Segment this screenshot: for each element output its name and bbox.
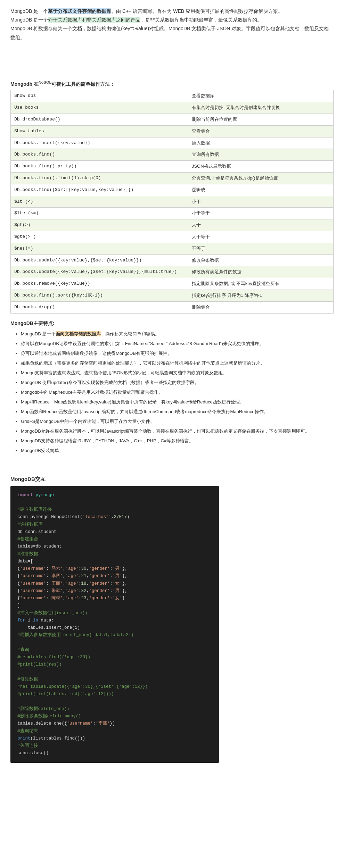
table-row: Db.books.find()查询所有数据: [11, 149, 334, 161]
cmd-cell: Db.books.find().sort({key:1或-1}): [11, 290, 188, 301]
table-row: Show dbs查看数据库: [11, 90, 334, 102]
table-row: Use books有集合时是切换, 无集合时是创建集合并切换: [11, 102, 334, 114]
cmd-cell: Show tables: [11, 125, 188, 137]
cmd-cell: Db.books.update({key:value},{$set:{key:v…: [11, 266, 188, 278]
cmd-cell: Db.books.find({$or:[{key:value,key:value…: [11, 184, 188, 196]
desc-cell: 有集合时是切换, 无集合时是创建集合并切换: [188, 102, 333, 114]
cmd-cell: Use books: [11, 102, 188, 114]
table-row: $lt (<)小于: [11, 196, 334, 208]
cmd-cell: Db.dropDatabase(): [11, 114, 188, 126]
table-row: Db.books.find().sort({key:1或-1})指定key进行排…: [11, 290, 334, 301]
feature-highlight: 面向文档存储的数据库: [56, 331, 101, 336]
desc-cell: 小于: [188, 196, 333, 208]
cmd-cell: Db.books.find().limit(1).skip(0): [11, 172, 188, 184]
nosql-label: NoSQL: [39, 80, 51, 84]
feature-item: 你可以通过本地或者网络创建数据镜像，这使得MongoDB有更强的扩展性。: [21, 349, 334, 358]
feature-item: MongoDB 使用update()命令可以实现替换完成的文档（数据）或者一些指…: [21, 378, 334, 387]
intro-line1-highlight: 基于分布式文件存储的数据库: [48, 8, 111, 14]
desc-cell: 逻辑或: [188, 184, 333, 196]
desc-cell: 小于等于: [188, 208, 333, 219]
table-row: $gte(>=)大于等于: [11, 231, 334, 243]
code-section-title: MongoDB交互: [10, 476, 334, 483]
features-title: MongoDB主要特点:: [10, 320, 334, 327]
desc-cell: 查看集合: [188, 125, 333, 137]
desc-cell: 不等于: [188, 243, 333, 254]
table-row: $lte (<=)小于等于: [11, 208, 334, 219]
spacer: [10, 49, 334, 77]
desc-cell: 查询所有数据: [188, 149, 333, 161]
table-row: Db.dropDatabase()删除当前所在位置的库: [11, 114, 334, 126]
command-table: Show dbs查看数据库Use books有集合时是切换, 无集合时是创建集合…: [10, 90, 334, 313]
table-row: Db.books.find().limit(1).skip(0)分页查询, li…: [11, 172, 334, 184]
desc-cell: 大于: [188, 219, 333, 231]
cmd-cell: Show dbs: [11, 90, 188, 102]
feature-item: Map函数和Reduce函数是使用Javascript编写的，并可以通过db.r…: [21, 407, 334, 416]
cmd-cell: $lt (<): [11, 196, 188, 208]
table-row: Db.books.insert({key:value})插入数据: [11, 137, 334, 149]
table-title-suffix: 可视化工具的简单操作方法：: [51, 81, 115, 86]
cmd-cell: Db.books.remove({key:value}): [11, 278, 188, 290]
table-title-prefix: Mongodb 在: [10, 81, 39, 86]
feature-item: GridFS是MongoDB中的一个内置功能，可以用于存放大量小文件。: [21, 417, 334, 426]
feature-item: Mongo支持丰富的查询表达式。查询指令使用JSON形式的标记，可轻易查询文档中…: [21, 368, 334, 377]
desc-cell: 查看数据库: [188, 90, 333, 102]
cmd-cell: $gt(>): [11, 219, 188, 231]
desc-cell: 指定key进行排序 升序为1 降序为-1: [188, 290, 333, 301]
table-row: Db.books.remove({key:value})指定删除某条数据, 或 …: [11, 278, 334, 290]
table-row: $ne(!=)不等于: [11, 243, 334, 254]
code-block: import pymongo #建立数据库连接 conn=pymongo.Mon…: [10, 486, 219, 763]
table-row: $gt(>)大于: [11, 219, 334, 231]
intro-line1-prefix: MongoDB 是一个: [10, 8, 48, 14]
feature-item: MongoDB允许在服务端执行脚本，可以用Javascript编写某个函数，直接…: [21, 427, 334, 436]
small-spacer: [10, 462, 334, 469]
cmd-cell: $ne(!=): [11, 243, 188, 254]
cmd-cell: Db.books.find().prtty(): [11, 161, 188, 173]
cmd-cell: Db.books.find(): [11, 149, 188, 161]
feature-item: 如果负载的增加（需要更多的存储空间和更强的处理能力），它可以分布在计算机网络中的…: [21, 359, 334, 368]
desc-cell: 修改单条数据: [188, 254, 333, 266]
desc-cell: 修改所有满足条件的数据: [188, 266, 333, 278]
table-row: Db.books.update({key:value},{$set:{key:v…: [11, 254, 334, 266]
desc-cell: 删除当前所在位置的库: [188, 114, 333, 126]
feature-item: Map和Reduce，Map函数调用emit(key,value)遍历集合中所有…: [21, 398, 334, 407]
features-list: MongoDB 是一个面向文档存储的数据库，操作起来比较简单和容易。你可以在Mo…: [10, 329, 334, 455]
desc-cell: 指定删除某条数据, 或 不写key直接清空所有: [188, 278, 333, 290]
cmd-cell: Db.books.insert({key:value}): [11, 137, 188, 149]
intro-line2-highlight: 介于关系数据库和非关系数据库之间的产品: [48, 17, 140, 23]
feature-item: MongoDB支持各种编程语言:RUBY，PYTHON，JAVA，C++，PHP…: [21, 436, 334, 445]
page-wrapper: MongoDB 是一个基于分布式文件存储的数据库。由 C++ 语言编写。旨在为 …: [0, 0, 344, 770]
cmd-cell: $lte (<=): [11, 208, 188, 219]
intro-section: MongoDB 是一个基于分布式文件存储的数据库。由 C++ 语言编写。旨在为 …: [10, 7, 334, 42]
desc-cell: 分页查询, limit是每页条数,skip()是起始位置: [188, 172, 333, 184]
table-row: Db.books.drop()删除集合: [11, 301, 334, 313]
table-section-title: Mongodb 在NoSQL可视化工具的简单操作方法：: [10, 80, 334, 87]
table-row: Show tables查看集合: [11, 125, 334, 137]
desc-cell: 大于等于: [188, 231, 333, 243]
intro-line1-rest: 。由 C++ 语言编写。旨在为 WEB 应用提供可扩展的高性能数据存储解决方案。: [111, 8, 283, 14]
feature-item: 你可以在MongoDB记录中设置任何属性的索引 (如：FirstName="Sa…: [21, 339, 334, 348]
desc-cell: 插入数据: [188, 137, 333, 149]
desc-cell: 删除集合: [188, 301, 333, 313]
intro-line2-prefix: MongoDB 是一个: [10, 17, 48, 23]
intro-line2-rest: ，是非关系数据库当中功能最丰富，最像关系数据库的。: [140, 17, 262, 23]
table-row: Db.books.find().prtty()JSON格式展示数据: [11, 161, 334, 173]
cmd-cell: Db.books.update({key:value},{$set:{key:v…: [11, 254, 188, 266]
intro-line3: MongoDB 将数据存储为一个文档，数据结构由键值(key=>value)对组…: [10, 24, 334, 42]
cmd-cell: Db.books.drop(): [11, 301, 188, 313]
table-row: Db.books.update({key:value},{$set:{key:v…: [11, 266, 334, 278]
features-section: MongoDB主要特点: MongoDB 是一个面向文档存储的数据库，操作起来比…: [10, 320, 334, 455]
table-row: Db.books.find({$or:[{key:value,key:value…: [11, 184, 334, 196]
cmd-cell: $gte(>=): [11, 231, 188, 243]
code-section: MongoDB交互 import pymongo #建立数据库连接 conn=p…: [10, 476, 334, 763]
feature-item: MongoDB安装简单。: [21, 446, 334, 455]
desc-cell: JSON格式展示数据: [188, 161, 333, 173]
feature-item: Mongodb中的Map/reduce主要是用来对数据进行批量处理和聚合操作。: [21, 388, 334, 397]
feature-item: MongoDB 是一个面向文档存储的数据库，操作起来比较简单和容易。: [21, 329, 334, 339]
